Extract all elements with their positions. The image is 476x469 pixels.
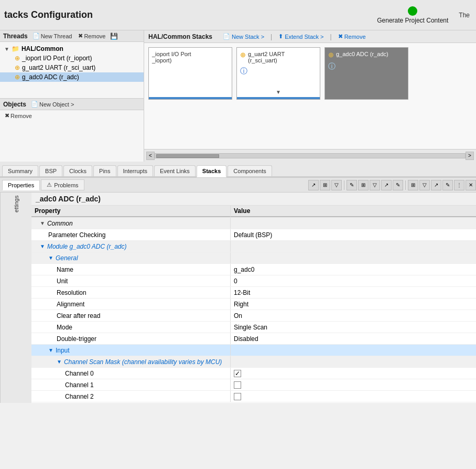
props-row-input[interactable]: ▼ Input (31, 345, 476, 356)
toolbar-sep-2 (405, 180, 406, 190)
props-row-channel0[interactable]: Channel 0 ✓ (31, 368, 476, 379)
expand-channel-scan-icon[interactable]: ▼ (57, 359, 62, 365)
stack-card-adc0-header: g_adc0 ADC (r_adc) (336, 51, 388, 57)
threads-section: Threads 📄 New Thread ✖ Remove 💾 ▼ 📁 HAL/… (0, 30, 144, 99)
remove-object-button[interactable]: ✖ Remove (3, 112, 140, 120)
tree-group-hal-common[interactable]: ▼ 📁 HAL/Common (0, 44, 144, 54)
remove-stack-button[interactable]: ✖ Remove (336, 33, 368, 40)
channel0-checkbox[interactable]: ✓ (234, 370, 241, 377)
tab-problems[interactable]: ⚠ Problems (41, 179, 84, 190)
toolbar-btn-9[interactable]: ✎ (442, 180, 453, 190)
left-panel: Threads 📄 New Thread ✖ Remove 💾 ▼ 📁 HAL/… (0, 30, 144, 162)
toolbar-btn-4[interactable]: ⊞ (358, 180, 369, 190)
problems-warning-icon: ⚠ (47, 182, 52, 188)
tab-bsp[interactable]: BSP (39, 165, 62, 176)
toolbar-btn-7[interactable]: ⊞ (408, 180, 418, 190)
expand-common-icon[interactable]: ▼ (40, 220, 45, 226)
stack-card-uart2[interactable]: ⊕ g_uart2 UART (r_sci_uart) ⓘ ▼ (236, 47, 320, 100)
props-row-unit[interactable]: Unit 0 (31, 275, 476, 287)
tab-properties[interactable]: Properties (2, 180, 40, 190)
generate-project-content-button[interactable]: Generate Project Content (377, 6, 448, 24)
adc0-info-icon[interactable]: ⓘ (328, 62, 336, 71)
toolbar-btn-5[interactable]: ↗ (381, 180, 392, 190)
uart2-module-icon: ⊕ (240, 51, 246, 59)
props-row-name[interactable]: Name g_adc0 (31, 264, 476, 275)
thread-tree: ▼ 📁 HAL/Common ⊕ _ioport I/O Port (r_iop… (0, 42, 144, 84)
toolbar-btn-more[interactable]: ⋮ (454, 180, 464, 190)
col-value-header: Value (231, 206, 476, 217)
stack-card-adc0[interactable]: ⊕ g_adc0 ADC (r_adc) ⓘ (324, 47, 408, 100)
props-row-channel1[interactable]: Channel 1 (31, 379, 476, 391)
expand-general-icon[interactable]: ▼ (48, 255, 53, 261)
toolbar-btn-close[interactable]: ✕ (466, 180, 476, 190)
expand-icon: ▼ (4, 46, 9, 52)
remove-stack-icon: ✖ (338, 33, 343, 40)
props-row-double-trigger[interactable]: Double-trigger Disabled (31, 333, 476, 345)
props-row-channel2[interactable]: Channel 2 (31, 391, 476, 402)
uart2-dropdown-icon[interactable]: ▼ (276, 89, 281, 95)
col-property-header: Property (31, 206, 231, 217)
the-label: The (457, 9, 472, 21)
tab-pins[interactable]: Pins (93, 165, 116, 176)
toolbar-sep-1 (344, 180, 344, 190)
props-row-channel-scan-mask[interactable]: ▼ Channel Scan Mask (channel availabilit… (31, 356, 476, 368)
tree-item-adc0[interactable]: ⊕ g_adc0 ADC (r_adc) (0, 72, 144, 82)
toolbar-btn-6[interactable]: ✎ (393, 180, 403, 190)
props-row-module[interactable]: ▼ Module g_adc0 ADC (r_adc) (31, 241, 476, 252)
toolbar-btn-1[interactable]: ↗ (308, 180, 319, 190)
page-title: tacks Configuration (4, 9, 93, 20)
new-object-icon: 📄 (31, 101, 38, 108)
extend-stack-button[interactable]: ⬆ Extend Stack > (276, 33, 326, 40)
props-row-general[interactable]: ▼ General (31, 252, 476, 264)
stack-card-uart2-subheader: (r_sci_uart) (248, 57, 285, 63)
props-row-alignment[interactable]: Alignment Right (31, 299, 476, 310)
remove-thread-button[interactable]: ✖ Remove (77, 32, 107, 40)
props-row-clear-after-read[interactable]: Clear after read On (31, 310, 476, 322)
expand-input-icon[interactable]: ▼ (48, 347, 53, 353)
channel1-checkbox[interactable] (234, 381, 241, 389)
uart2-info-icon[interactable]: ⓘ (240, 67, 247, 76)
stack-card-uart2-header: g_uart2 UART (248, 51, 285, 57)
scroll-track[interactable] (155, 153, 466, 158)
scroll-right-button[interactable]: > (466, 152, 474, 160)
expand-module-icon[interactable]: ▼ (40, 243, 45, 249)
tab-event-links[interactable]: Event Links (154, 165, 196, 176)
properties-table: Property Value ▼ Common Param (31, 206, 476, 403)
scroll-thumb (156, 154, 219, 158)
props-row-common[interactable]: ▼ Common (31, 218, 476, 229)
new-stack-button[interactable]: 📄 New Stack > (221, 33, 266, 40)
adc0-module-icon: ⊕ (328, 51, 334, 59)
toolbar-btn-filter-2[interactable]: ▽ (370, 180, 380, 190)
tab-bar: Summary BSP Clocks Pins Interrupts Event… (0, 162, 476, 177)
tab-summary[interactable]: Summary (2, 165, 38, 176)
stack-card-ioport[interactable]: _ioport I/O Port _ioport) (148, 47, 232, 100)
scroll-left-button[interactable]: < (146, 152, 155, 160)
props-header-row: Property Value (31, 206, 476, 218)
scroll-area: < > (144, 149, 476, 162)
toolbar-btn-filter-1[interactable]: ▽ (331, 180, 342, 190)
stack-area-title: HAL/Common Stacks (148, 33, 212, 40)
new-thread-icon: 📄 (33, 33, 40, 39)
top-bar: tacks Configuration Generate Project Con… (0, 0, 476, 30)
tree-item-uart2[interactable]: ⊕ g_uart2 UART (r_sci_uart) (0, 63, 144, 72)
folder-icon: 📁 (12, 45, 19, 52)
tab-components[interactable]: Components (228, 165, 272, 176)
toolbar-btn-2[interactable]: ⊞ (320, 180, 330, 190)
new-object-button[interactable]: 📄 New Object > (29, 100, 75, 108)
stack-card-ioport-header: _ioport I/O Port (152, 51, 229, 57)
channel2-checkbox[interactable] (234, 393, 241, 400)
objects-section: Objects 📄 New Object > ✖ Remove (0, 99, 144, 162)
tab-stacks[interactable]: Stacks (197, 165, 226, 177)
props-row-resolution[interactable]: Resolution 12-Bit (31, 287, 476, 299)
uart2-color-bar (237, 97, 320, 99)
tab-interrupts[interactable]: Interrupts (117, 165, 153, 176)
toolbar-btn-filter-3[interactable]: ▽ (419, 180, 430, 190)
main-area: Threads 📄 New Thread ✖ Remove 💾 ▼ 📁 HAL/… (0, 30, 476, 162)
props-row-param-check[interactable]: Parameter Checking Default (BSP) (31, 229, 476, 241)
toolbar-btn-8[interactable]: ↗ (431, 180, 441, 190)
toolbar-btn-3[interactable]: ✎ (347, 180, 357, 190)
tab-clocks[interactable]: Clocks (63, 165, 92, 176)
tree-item-ioport[interactable]: ⊕ _ioport I/O Port (r_ioport) (0, 54, 144, 63)
props-row-mode[interactable]: Mode Single Scan (31, 322, 476, 333)
new-thread-button[interactable]: 📄 New Thread (31, 32, 74, 40)
